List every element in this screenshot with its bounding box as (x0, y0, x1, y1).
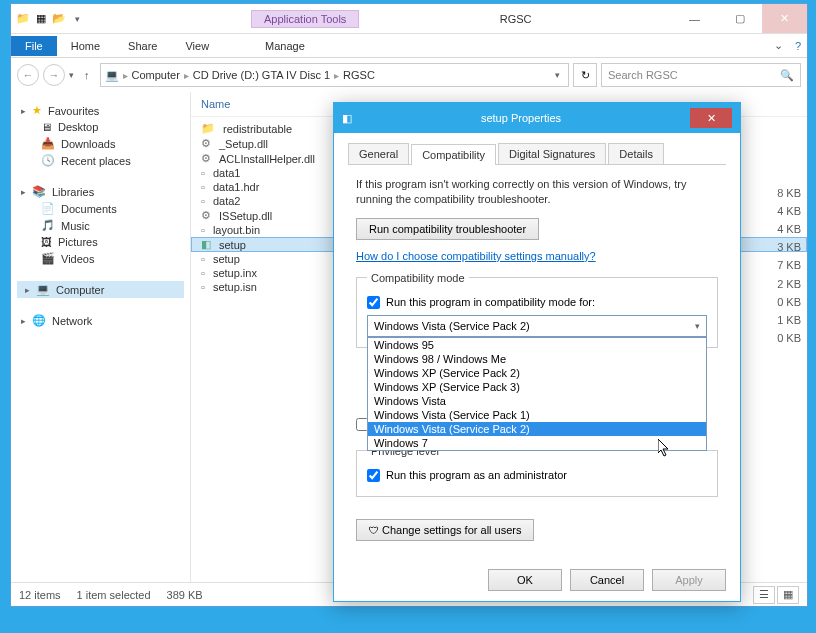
file-size: 3 KB (777, 241, 801, 259)
tab-digital-signatures[interactable]: Digital Signatures (498, 143, 606, 164)
file-size: 8 KB (777, 187, 801, 205)
dialog-close-button[interactable]: ✕ (690, 108, 732, 128)
dialog-tabs: General Compatibility Digital Signatures… (348, 143, 726, 165)
file-icon (201, 152, 211, 165)
sidebar-item-label: Music (61, 220, 90, 232)
qat-props-icon[interactable]: ▦ (33, 11, 49, 27)
expand-icon[interactable]: ▸ (21, 187, 26, 197)
sidebar-item-label: Downloads (61, 138, 115, 150)
net-icon (32, 314, 46, 327)
compat-option[interactable]: Windows 7 (368, 436, 706, 450)
sidebar-label: Favourites (48, 105, 99, 117)
breadcrumb-part[interactable]: Computer (132, 69, 180, 81)
file-icon (201, 267, 205, 279)
compat-selected-value: Windows Vista (Service Pack 2) (374, 320, 530, 332)
ok-button[interactable]: OK (488, 569, 562, 591)
dialog-title: setup Properties (352, 112, 690, 124)
breadcrumb-dropdown-icon[interactable]: ▾ (551, 70, 564, 80)
ribbon-file-tab[interactable]: File (11, 36, 57, 56)
view-icons-button[interactable]: ▦ (777, 586, 799, 604)
lib-icon (32, 185, 46, 198)
breadcrumb-part[interactable]: RGSC (343, 69, 375, 81)
expand-icon[interactable]: ▸ (21, 316, 26, 326)
search-input[interactable]: Search RGSC 🔍 (601, 63, 801, 87)
view-details-button[interactable]: ☰ (753, 586, 775, 604)
tab-compatibility[interactable]: Compatibility (411, 144, 496, 165)
breadcrumb-root-icon[interactable]: 💻 (105, 69, 119, 82)
sidebar-item-recent-places[interactable]: Recent places (17, 152, 184, 169)
ribbon-tab-home[interactable]: Home (57, 36, 114, 56)
compatibility-mode-legend: Compatibility mode (367, 272, 469, 284)
expand-icon[interactable]: ▸ (25, 285, 30, 295)
apply-button[interactable]: Apply (652, 569, 726, 591)
file-size: 7 KB (777, 259, 801, 277)
dl-icon (41, 137, 55, 150)
sidebar-head-network[interactable]: ▸Network (17, 312, 184, 329)
admin-checkbox-row[interactable]: Run this program as an administrator (367, 469, 707, 482)
properties-dialog: ◧ setup Properties ✕ General Compatibili… (333, 102, 741, 602)
sidebar-item-music[interactable]: Music (17, 217, 184, 234)
tab-details[interactable]: Details (608, 143, 664, 164)
ribbon-tab-share[interactable]: Share (114, 36, 171, 56)
compat-option[interactable]: Windows XP (Service Pack 3) (368, 380, 706, 394)
troubleshoot-button[interactable]: Run compatibility troubleshooter (356, 218, 539, 240)
sidebar-item-downloads[interactable]: Downloads (17, 135, 184, 152)
ribbon-tab-manage[interactable]: Manage (251, 36, 319, 56)
history-dropdown-icon[interactable]: ▾ (69, 70, 74, 80)
compat-combo[interactable]: Windows Vista (Service Pack 2) ▾ Windows… (367, 315, 707, 337)
sidebar-label: Network (52, 315, 92, 327)
sidebar-item-desktop[interactable]: Desktop (17, 119, 184, 135)
breadcrumb[interactable]: 💻 ▸ Computer ▸ CD Drive (D:) GTA IV Disc… (100, 63, 570, 87)
refresh-button[interactable]: ↻ (573, 63, 597, 87)
compatibility-mode-group: Compatibility mode Run this program in c… (356, 272, 718, 348)
qat-newfolder-icon[interactable]: 📂 (51, 11, 67, 27)
file-icon (201, 253, 205, 265)
admin-checkbox[interactable] (367, 469, 380, 482)
ribbon-tabs: File Home Share View Manage ⌄ ? (11, 34, 807, 58)
chevron-down-icon[interactable]: ▾ (695, 321, 700, 331)
sidebar-item-documents[interactable]: Documents (17, 200, 184, 217)
file-icon (201, 209, 211, 222)
maximize-button[interactable]: ▢ (717, 4, 762, 33)
compat-checkbox-row[interactable]: Run this program in compatibility mode f… (367, 296, 707, 309)
breadcrumb-part[interactable]: CD Drive (D:) GTA IV Disc 1 (193, 69, 330, 81)
contextual-tab-label[interactable]: Application Tools (251, 10, 359, 28)
sidebar-head-favourites[interactable]: ▸Favourites (17, 102, 184, 119)
clock-icon (41, 154, 55, 167)
compat-combo-list[interactable]: Windows 95Windows 98 / Windows MeWindows… (367, 337, 707, 451)
ribbon-expand-icon[interactable]: ⌄ (768, 39, 789, 52)
ribbon-tab-view[interactable]: View (171, 36, 223, 56)
compat-option[interactable]: Windows Vista (Service Pack 2) (368, 422, 706, 436)
sidebar-item-pictures[interactable]: Pictures (17, 234, 184, 250)
file-size: 0 KB (777, 296, 801, 314)
file-size: 4 KB (777, 223, 801, 241)
forward-button[interactable]: → (43, 64, 65, 86)
back-button[interactable]: ← (17, 64, 39, 86)
vid-icon (41, 252, 55, 265)
sidebar-item-videos[interactable]: Videos (17, 250, 184, 267)
compat-option[interactable]: Windows XP (Service Pack 2) (368, 366, 706, 380)
qat-dropdown-icon[interactable]: ▾ (69, 11, 85, 27)
compat-option[interactable]: Windows 95 (368, 338, 706, 352)
close-button[interactable]: ✕ (762, 4, 807, 33)
tab-general[interactable]: General (348, 143, 409, 164)
sidebar-item-label: Recent places (61, 155, 131, 167)
help-icon[interactable]: ? (789, 40, 807, 52)
compat-checkbox[interactable] (367, 296, 380, 309)
file-icon (201, 224, 205, 236)
compatibility-help-link[interactable]: How do I choose compatibility settings m… (356, 250, 718, 262)
file-icon (201, 167, 205, 179)
compat-option[interactable]: Windows Vista (Service Pack 1) (368, 408, 706, 422)
file-size (777, 168, 801, 186)
cancel-button[interactable]: Cancel (570, 569, 644, 591)
compat-option[interactable]: Windows Vista (368, 394, 706, 408)
sidebar-head-computer[interactable]: ▸Computer (17, 281, 184, 298)
minimize-button[interactable]: — (672, 4, 717, 33)
sidebar-head-libraries[interactable]: ▸Libraries (17, 183, 184, 200)
expand-icon[interactable]: ▸ (21, 106, 26, 116)
compat-option[interactable]: Windows 98 / Windows Me (368, 352, 706, 366)
compatibility-hint: If this program isn't working correctly … (356, 177, 718, 208)
dialog-titlebar[interactable]: ◧ setup Properties ✕ (334, 103, 740, 133)
change-all-users-button[interactable]: Change settings for all users (356, 519, 534, 541)
up-button[interactable]: ↑ (78, 69, 96, 81)
